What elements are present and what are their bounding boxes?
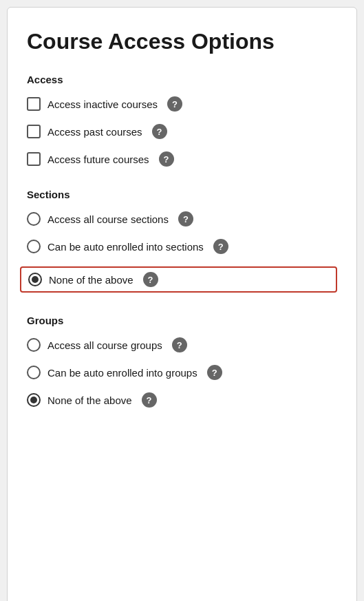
option-text-none-groups: None of the above xyxy=(47,394,132,406)
checkbox-inactive[interactable] xyxy=(27,97,41,111)
option-label-inactive[interactable]: Access inactive courses xyxy=(27,97,158,111)
option-row-all-groups[interactable]: Access all course groups? xyxy=(27,337,337,352)
radio-auto-groups[interactable] xyxy=(27,366,41,379)
section-label-sections: Sections xyxy=(27,189,337,200)
option-text-auto-sections: Can be auto enrolled into sections xyxy=(47,241,204,253)
checkbox-past[interactable] xyxy=(27,125,41,138)
help-icon-past[interactable]: ? xyxy=(152,124,167,139)
help-icon-all-groups[interactable]: ? xyxy=(172,337,187,352)
radio-none-groups[interactable] xyxy=(27,393,41,407)
option-text-all-sections: Access all course sections xyxy=(47,213,169,225)
option-text-future: Access future courses xyxy=(47,154,149,165)
option-text-none-sections: None of the above xyxy=(49,274,133,286)
help-icon-auto-groups[interactable]: ? xyxy=(207,365,222,380)
radio-auto-sections[interactable] xyxy=(27,240,41,253)
checkbox-future[interactable] xyxy=(27,152,41,166)
help-icon-future[interactable]: ? xyxy=(159,151,174,167)
help-icon-none-groups[interactable]: ? xyxy=(142,392,157,408)
option-label-all-sections[interactable]: Access all course sections xyxy=(27,212,169,226)
help-icon-inactive[interactable]: ? xyxy=(167,96,182,112)
help-icon-all-sections[interactable]: ? xyxy=(178,211,193,226)
option-row-none-sections[interactable]: None of the above? xyxy=(20,266,337,293)
option-label-past[interactable]: Access past courses xyxy=(27,125,142,138)
help-icon-none-sections[interactable]: ? xyxy=(143,272,158,287)
page-title: Course Access Options xyxy=(27,28,337,54)
option-label-auto-sections[interactable]: Can be auto enrolled into sections xyxy=(27,240,204,253)
option-row-auto-sections[interactable]: Can be auto enrolled into sections? xyxy=(27,239,337,254)
option-text-inactive: Access inactive courses xyxy=(47,98,158,110)
option-label-all-groups[interactable]: Access all course groups xyxy=(27,338,162,352)
radio-none-sections[interactable] xyxy=(28,273,42,286)
section-access: AccessAccess inactive courses?Access pas… xyxy=(27,74,337,167)
radio-all-groups[interactable] xyxy=(27,338,41,352)
option-row-past[interactable]: Access past courses? xyxy=(27,124,337,139)
section-label-groups: Groups xyxy=(27,315,337,326)
option-label-auto-groups[interactable]: Can be auto enrolled into groups xyxy=(27,366,197,379)
option-row-all-sections[interactable]: Access all course sections? xyxy=(27,211,337,226)
section-label-access: Access xyxy=(27,74,337,85)
option-text-past: Access past courses xyxy=(47,126,142,138)
option-label-none-sections[interactable]: None of the above xyxy=(28,273,133,286)
option-row-future[interactable]: Access future courses? xyxy=(27,151,337,167)
option-row-auto-groups[interactable]: Can be auto enrolled into groups? xyxy=(27,365,337,380)
help-icon-auto-sections[interactable]: ? xyxy=(213,239,228,254)
option-row-inactive[interactable]: Access inactive courses? xyxy=(27,96,337,112)
option-text-all-groups: Access all course groups xyxy=(47,339,162,351)
option-label-future[interactable]: Access future courses xyxy=(27,152,149,166)
section-sections: SectionsAccess all course sections?Can b… xyxy=(27,189,337,293)
option-text-auto-groups: Can be auto enrolled into groups xyxy=(47,367,197,379)
section-groups: GroupsAccess all course groups?Can be au… xyxy=(27,315,337,408)
radio-all-sections[interactable] xyxy=(27,212,41,226)
option-label-none-groups[interactable]: None of the above xyxy=(27,393,132,407)
course-access-options-card: Course Access Options AccessAccess inact… xyxy=(7,7,357,601)
option-row-none-groups[interactable]: None of the above? xyxy=(27,392,337,408)
